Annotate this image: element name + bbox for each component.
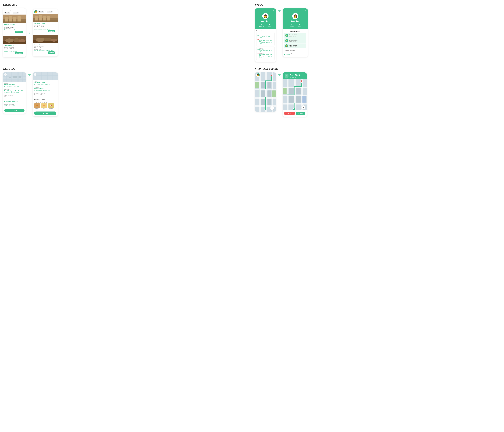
food-item-macaroni: 🍝 Macaroni <box>48 103 54 109</box>
svg-rect-55 <box>255 82 259 88</box>
achievement-1-text: Friendly Neighbor Deliver 10 times <box>289 34 299 37</box>
card2-filter-to: to <box>45 11 46 12</box>
filter-5pm[interactable]: 5 pm ▼ <box>13 12 19 14</box>
back-chevron-icon[interactable]: ‹ <box>256 10 257 12</box>
item2-2-desc-label: DESCRIPTION <box>34 49 56 50</box>
dashboard-item-2: Artisan Bakery PICK UP BETWEEN 1:00 p.m.… <box>3 36 26 57</box>
store-food-section: FOOD TO PICK UP Bread, water, sandwiches <box>4 99 25 103</box>
store-back-btn-1[interactable]: ‹ <box>4 73 7 76</box>
trophy-icon-3: 🏆 <box>285 44 288 47</box>
accept-btn-2[interactable]: Accept <box>34 112 56 115</box>
svg-rect-66 <box>288 88 294 94</box>
dropoff-dot-1 <box>258 39 259 40</box>
item-1-name: Gramercy Tavern <box>4 24 25 25</box>
achievement-1-name: Friendly Neighbor <box>289 34 299 36</box>
item2-2-details-btn[interactable]: Details › <box>48 51 55 54</box>
svg-point-22 <box>44 38 52 41</box>
item2-1-description: Sandwiches, eggs, macaroni, pizza <box>34 28 56 30</box>
delivery-card-2: PICK UP Fabrique 348 W 14th St New York,… <box>256 47 274 60</box>
profile-header-2: ‹ ⚙ 👩 Jane Doe 9 Deliveries 6 <box>283 9 308 29</box>
delivery-hist-section: DELIVERY HISTORY JULY 23, 12:00 pm Fabri… <box>283 50 308 57</box>
store-food-items: Bread, water, sandwiches <box>4 101 25 102</box>
store-map-1: ‹ <box>3 73 26 82</box>
sandwich-label: Sandwich <box>34 108 40 109</box>
store2-pickup-name: Gramercy Tavern <box>34 82 56 83</box>
settings-gear-icon-2[interactable]: ⚙ <box>305 10 306 12</box>
deliveries-value-2: 9 <box>289 23 294 26</box>
item-1-details-btn[interactable]: DETAILS › <box>15 31 23 33</box>
svg-rect-31 <box>13 76 17 78</box>
map-view-1: 👩 ➤ <box>255 73 276 112</box>
svg-rect-18 <box>33 20 58 22</box>
svg-rect-69 <box>296 96 301 103</box>
dashboard2-item-2: Artisan Bakery PICK UP BETWEEN 1:00 p.m.… <box>33 35 58 56</box>
profile-stats-1: 9 Deliveries 6 Months <box>256 23 274 27</box>
store-back-btn-2[interactable]: ‹ <box>34 73 36 76</box>
card2-header-row: 👩 Now ▼ to 5 pm ▼ <box>33 9 58 14</box>
store2-pickup-time-label: ESTIMATED TIME FOR PICKUP <box>34 97 56 98</box>
store2-food-section: FOOD TO PICK UP: (10 lb) 🥪 Sandwich 🥚 Eg… <box>34 102 56 110</box>
svg-rect-52 <box>268 91 271 97</box>
map-compass-btn[interactable]: ➤ <box>270 106 274 110</box>
nav-compass-btn[interactable]: ➤ <box>301 105 305 109</box>
svg-rect-38 <box>33 78 58 78</box>
arrived-btn[interactable]: Arrived <box>296 112 305 115</box>
turn-right-icon: ↱ <box>285 74 288 78</box>
pickup-label-1: PICK UP <box>259 33 273 34</box>
svg-rect-32 <box>9 76 11 78</box>
accept-btn-1[interactable]: Accept <box>4 109 25 112</box>
store-info-cards-group: ‹ PICK UP Gramercy Tavern 42 E 20th St N… <box>3 73 249 116</box>
delivery-hist-label: DELIVERY HISTORY <box>284 50 306 51</box>
profile-cards-group: ‹ ⚙ 👩 Jane Doe 9 Deliveries 6 <box>255 9 501 62</box>
store-pickup-addr: 42 E 20th St New York, NY 10003 <box>4 86 25 87</box>
food-items-list: 🥪 Sandwich 🥚 Eggs 🍝 Macaroni <box>34 103 56 109</box>
item2-1-details-btn[interactable]: Details › <box>48 30 55 32</box>
store-body-2: PICK UP Gramercy Tavern 42 E 20th St Pit… <box>33 80 58 111</box>
store2-duration-label: ESTIMATED DURATION <box>34 93 56 94</box>
avatar-face-icon-2: 👩 <box>293 14 297 18</box>
item2-2-pickup-time: 1:00 p.m. - 4:00 p.m. <box>34 47 56 48</box>
store-body-1: PICK UP Gramercy Tavern 42 E 20th St New… <box>3 82 26 108</box>
pickup-addr-2: 348 W 14th St New York, NY 10014 <box>259 50 273 52</box>
item2-1-name: Gramercy Tavern <box>34 23 56 24</box>
profile-header-1: ‹ ⚙ 👩 Jane Doe 9 Deliveries 6 <box>255 9 276 29</box>
dashboard-arrow: ➜ <box>28 31 31 35</box>
end-btn[interactable]: End <box>284 112 295 115</box>
profile-nav-2: ‹ ⚙ <box>284 10 306 12</box>
bakery-image-2 <box>33 35 58 43</box>
dashboard-cards-group: THURSDAY, JULY 23 Now ▼ to 5 pm ▼ <box>3 9 249 57</box>
svg-point-23 <box>51 38 57 42</box>
filter-now[interactable]: Now ▼ <box>4 12 10 14</box>
store2-dropoff-name: GPC Food Bank <box>34 88 56 90</box>
months-value: 6 <box>268 23 271 26</box>
bakery-image-1 <box>3 36 26 44</box>
settings-gear-icon[interactable]: ⚙ <box>273 10 274 12</box>
store2-duration-val: 20 minutes (15 miles) <box>34 94 56 95</box>
store-info-arrow: ➜ <box>28 73 31 77</box>
store-dropoff-section: DROP OFF Food Pantry for New York City 3… <box>4 89 25 94</box>
item2-1-desc-label: DESCRIPTION <box>34 28 56 28</box>
trophy-icon-1: 🏆 <box>285 34 288 37</box>
svg-rect-54 <box>268 99 271 105</box>
back-chevron-icon-2[interactable]: ‹ <box>284 10 285 12</box>
card2-filter-now[interactable]: Now ▼ <box>38 11 44 13</box>
achievements-section: Achievements 🏆 Friendly Neighbor Deliver… <box>283 29 308 50</box>
user-avatar-small: 👩 <box>34 10 37 13</box>
svg-rect-6 <box>3 21 26 23</box>
svg-rect-68 <box>288 96 294 103</box>
achievement-2-text: Good Samaritan Deliver 50 items <box>289 39 298 42</box>
nav-direction-text: Turn Right <box>290 74 300 76</box>
item-2-details-btn[interactable]: DETAILS › <box>15 52 23 54</box>
store-distance-section: Total Distance 15 miles <box>4 95 25 98</box>
profile-stats-2: 9 Deliveries 6 Months <box>284 23 306 27</box>
restaurant-image-1 <box>3 15 26 23</box>
dropoff-addr-1: 39 Broadway New York, NY 10038 <box>259 42 273 44</box>
eggs-icon: 🥚 <box>41 103 47 108</box>
map-title: Map (after starting) <box>255 67 501 70</box>
svg-rect-27 <box>11 73 12 82</box>
svg-point-57 <box>265 109 266 110</box>
card2-filter-5pm[interactable]: 5 pm ▼ <box>47 11 53 13</box>
svg-rect-56 <box>272 91 276 97</box>
item2-2-body: Artisan Bakery PICK UP BETWEEN 1:00 p.m.… <box>33 43 58 55</box>
months-label: Months <box>268 26 271 27</box>
